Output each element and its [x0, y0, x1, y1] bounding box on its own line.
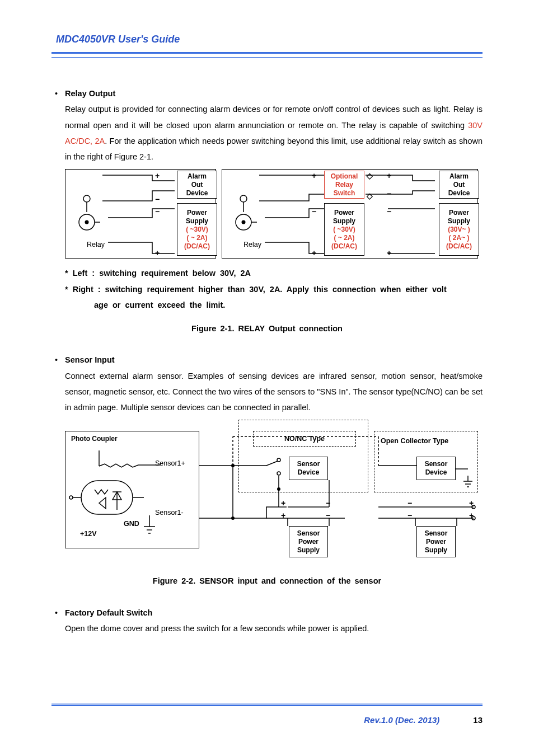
power-supply-box: Power Supply ( ~30V) ( ~ 2A) (DC/AC) [177, 203, 217, 256]
relay-block-left: Relay + − − + Alarm Out Device Power Sup… [65, 169, 216, 259]
plus-sign: + [387, 168, 391, 184]
diamond-terminal-icon: ◇ [367, 168, 373, 184]
minus-sign: − [155, 204, 160, 219]
minus-sign: − [387, 204, 391, 219]
note-right-b: age or current exceed the limit. [94, 297, 483, 313]
minus-sign: − [312, 204, 316, 219]
svg-text:−: − [326, 499, 330, 508]
sensor-paragraph: Connect external alarm sensor. Examples … [65, 368, 483, 416]
sensor-power-box: Sensor Power Supply [289, 526, 328, 557]
svg-text:+: + [469, 511, 474, 520]
section-title-relay: Relay Output [65, 86, 115, 101]
sensor-power-box: Sensor Power Supply [416, 526, 456, 557]
optional-relay-box: Optional Relay Switch [324, 171, 364, 199]
figure-relay-diagram: Relay + − − + Alarm Out Device Power Sup… [65, 169, 483, 259]
plus-sign: + [155, 246, 160, 261]
minus-sign: − [387, 186, 391, 201]
factory-paragraph: Open the dome cover and press the switch… [65, 621, 483, 636]
power-supply-box: Power Supply ( ~30V) ( ~ 2A) (DC/AC) [324, 203, 364, 256]
svg-text:−: − [407, 511, 412, 520]
bullet-icon: • [55, 605, 65, 621]
svg-text:−: − [326, 511, 330, 520]
diamond-terminal-icon: ◇ [367, 189, 373, 204]
alarm-out-box: Alarm Out Device [439, 171, 479, 199]
bullet-icon: • [55, 86, 65, 101]
figure-caption-1: Figure 2-1. RELAY Output connection [51, 321, 483, 336]
figure-sensor-diagram: Photo Coupler [65, 420, 479, 565]
svg-text:+: + [281, 499, 285, 508]
plus-sign: + [312, 168, 316, 184]
svg-point-49 [472, 516, 475, 520]
alarm-out-box: Alarm Out Device [177, 171, 217, 199]
svg-point-29 [231, 516, 235, 520]
section-title-sensor: Sensor Input [65, 352, 115, 368]
nonc-label-box: NO/NC Type [253, 431, 356, 447]
svg-text:+: + [469, 499, 474, 508]
svg-point-20 [69, 496, 73, 499]
gnd-label: GND [124, 520, 139, 529]
relay-paragraph: Relay output is provided for connecting … [65, 101, 483, 165]
open-collector-label: Open Collector Type [381, 434, 448, 448]
plus-sign: + [387, 246, 391, 261]
sensor1-minus-label: Sensor1- [155, 509, 184, 518]
svg-marker-15 [99, 497, 106, 509]
photo-coupler-box: Photo Coupler [65, 431, 199, 548]
footer-rule-thick [51, 705, 483, 706]
v12-label: +12V [80, 530, 97, 539]
svg-point-27 [231, 464, 235, 467]
footer-revision: Rev.1.0 (Dec. 2013) [364, 715, 439, 725]
header-rule-thick [51, 52, 483, 54]
note-left: * Left : switching requirement below 30V… [65, 265, 483, 281]
sensor1-plus-label: Sensor1+ [155, 459, 185, 468]
page-footer: Rev.1.0 (Dec. 2013) 13 [0, 703, 534, 725]
sensor-device-box: Sensor Device [416, 457, 456, 480]
footer-page-number: 13 [473, 715, 483, 725]
svg-point-47 [472, 505, 475, 509]
relay-text-b: . For the application which needs power … [65, 137, 483, 161]
note-right-a: * Right : switching requirement higher t… [65, 281, 483, 297]
plus-sign: + [312, 246, 316, 261]
relay-block-right: Relay + − + ◇ ◇ + [222, 169, 478, 259]
plus-sign: + [155, 168, 160, 184]
footer-rule-thin [51, 703, 483, 703]
doc-title: MDC4050VR User's Guide [56, 34, 483, 45]
svg-text:−: − [407, 499, 412, 508]
power-supply-high-box: Power Supply (30V~ ) ( 2A~ ) (DC/AC) [439, 203, 479, 256]
relay-text-a: Relay output is provided for connecting … [65, 105, 483, 129]
bullet-icon: • [55, 352, 65, 368]
sensor-device-box: Sensor Device [289, 457, 328, 480]
header-rule-thin [51, 57, 483, 58]
section-title-factory: Factory Default Switch [65, 605, 152, 621]
svg-text:+: + [281, 511, 285, 520]
figure-caption-2: Figure 2-2. SENSOR input and connection … [51, 573, 483, 589]
svg-rect-14 [81, 481, 133, 514]
